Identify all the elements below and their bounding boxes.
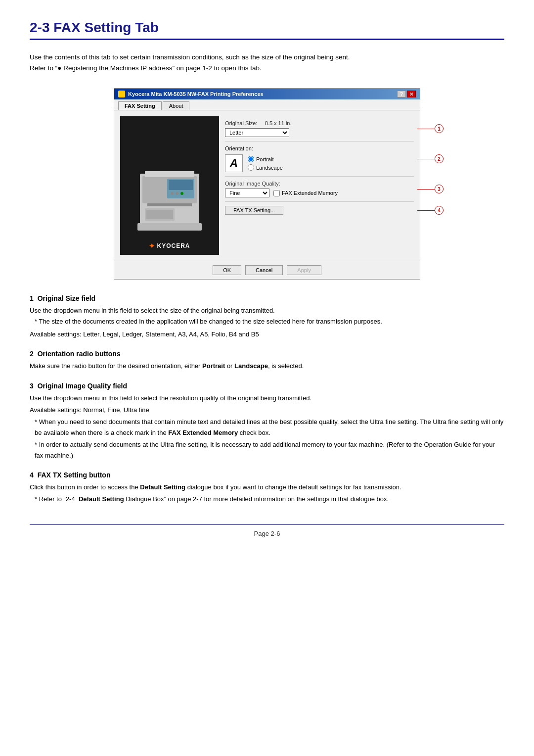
section-2-body: Make sure the radio button for the desir… xyxy=(30,361,504,372)
dialog-title-text: Kyocera Mita KM-5035 NW-FAX Printing Pre… xyxy=(128,91,264,97)
section-1: 1 Original Size field Use the dropdown m… xyxy=(30,294,504,340)
section-1-body-1: Use the dropdown menu in this field to s… xyxy=(30,305,504,316)
section-1-note-1: * The size of the documents created in t… xyxy=(35,316,504,327)
fax-extended-memory-item: FAX Extended Memory xyxy=(273,190,338,196)
portrait-option: Portrait xyxy=(248,156,283,162)
orientation-row: A Portrait Landscape xyxy=(225,154,414,172)
svg-point-5 xyxy=(176,192,178,195)
section-1-body-2: Available settings: Letter, Legal, Ledge… xyxy=(30,329,504,340)
svg-rect-7 xyxy=(145,171,194,177)
section-3-body-1: Use the dropdown menu in this field to s… xyxy=(30,393,504,404)
landscape-option: Landscape xyxy=(248,164,283,171)
dialog-title-group: Kyocera Mita KM-5035 NW-FAX Printing Pre… xyxy=(118,91,264,97)
fax-tx-setting-button[interactable]: FAX TX Setting... xyxy=(225,206,283,215)
orientation-a-box: A xyxy=(225,154,243,172)
cancel-button[interactable]: Cancel xyxy=(245,265,283,275)
svg-point-6 xyxy=(180,192,183,195)
section-4-body-1: Click this button in order to access the… xyxy=(30,482,504,493)
portrait-radio[interactable] xyxy=(248,156,254,162)
fax-tx-section: FAX TX Setting... 4 xyxy=(225,202,414,219)
dialog-screenshot: Kyocera Mita KM-5035 NW-FAX Printing Pre… xyxy=(114,88,420,280)
original-size-value: 8.5 x 11 in. xyxy=(265,120,292,126)
close-button[interactable]: ✕ xyxy=(407,91,416,97)
dialog-tabs: FAX Setting About xyxy=(114,99,420,110)
ok-button[interactable]: OK xyxy=(213,265,241,275)
quality-label: Original Image Quality: xyxy=(225,181,414,187)
section-3-body-2: Available settings: Normal, Fine, Ultra … xyxy=(30,405,504,416)
original-size-select-row: Letter Legal Ledger xyxy=(225,128,414,137)
section-3-note-1: * When you need to send documents that c… xyxy=(35,417,504,438)
quality-section: Original Image Quality: Fine Normal Ultr… xyxy=(225,177,414,202)
printer-image xyxy=(130,144,209,238)
help-button[interactable]: ? xyxy=(397,91,406,97)
section-2: 2 Orientation radio buttons Make sure th… xyxy=(30,350,504,372)
orientation-section: Orientation: A Portrait Landscape xyxy=(225,142,414,177)
callout-4: 4 xyxy=(417,206,444,215)
intro-text: Use the contents of this tab to set cert… xyxy=(30,52,504,73)
page-title: 2-3 FAX Setting Tab xyxy=(30,20,504,40)
dialog-titlebar: Kyocera Mita KM-5035 NW-FAX Printing Pre… xyxy=(114,89,420,99)
dialog-window: Kyocera Mita KM-5035 NW-FAX Printing Pre… xyxy=(114,88,420,280)
dialog-window-controls: ? ✕ xyxy=(397,91,416,97)
section-3: 3 Original Image Quality field Use the d… xyxy=(30,382,504,462)
svg-rect-8 xyxy=(147,203,192,206)
svg-rect-3 xyxy=(169,180,193,190)
section-3-note-2: * In order to actually send documents at… xyxy=(35,439,504,461)
dialog-body: ✦ KYOCERA Original Size: 8.5 x 11 in. Le xyxy=(114,110,420,261)
dialog-right-panel: Original Size: 8.5 x 11 in. Letter Legal… xyxy=(225,116,414,255)
svg-point-4 xyxy=(171,192,174,195)
orientation-radio-group: Portrait Landscape xyxy=(248,156,283,171)
original-size-section: Original Size: 8.5 x 11 in. Letter Legal… xyxy=(225,116,414,142)
kyocera-logo: ✦ KYOCERA xyxy=(149,242,190,250)
dialog-left-panel: ✦ KYOCERA xyxy=(120,116,219,255)
original-size-label: Original Size: 8.5 x 11 in. xyxy=(225,120,414,126)
quality-dropdown[interactable]: Fine Normal Ultra fine xyxy=(225,189,269,197)
original-size-dropdown[interactable]: Letter Legal Ledger xyxy=(225,128,289,137)
apply-button[interactable]: Apply xyxy=(287,265,321,275)
tab-fax-setting[interactable]: FAX Setting xyxy=(118,101,162,110)
callout-3: 3 xyxy=(417,185,444,193)
quality-row: Fine Normal Ultra fine FAX Extended Memo… xyxy=(225,189,414,197)
callout-1: 1 xyxy=(417,124,444,133)
page-footer: Page 2-6 xyxy=(30,524,504,537)
section-4-heading: 4 FAX TX Setting button xyxy=(30,471,504,479)
section-3-heading: 3 Original Image Quality field xyxy=(30,382,504,390)
section-1-heading: 1 Original Size field xyxy=(30,294,504,302)
fax-extended-memory-checkbox[interactable] xyxy=(273,190,280,196)
svg-rect-9 xyxy=(137,223,202,231)
dialog-app-icon xyxy=(118,91,125,97)
orientation-label: Orientation: xyxy=(225,145,414,151)
callout-2: 2 xyxy=(417,154,444,163)
tab-about[interactable]: About xyxy=(163,101,190,110)
section-4-note-1: * Refer to “2-4 Default Setting Dialogue… xyxy=(35,494,504,505)
dialog-footer: OK Cancel Apply xyxy=(114,261,420,279)
section-4: 4 FAX TX Setting button Click this butto… xyxy=(30,471,504,505)
svg-rect-11 xyxy=(146,210,173,219)
landscape-radio[interactable] xyxy=(248,164,254,171)
section-2-heading: 2 Orientation radio buttons xyxy=(30,350,504,358)
